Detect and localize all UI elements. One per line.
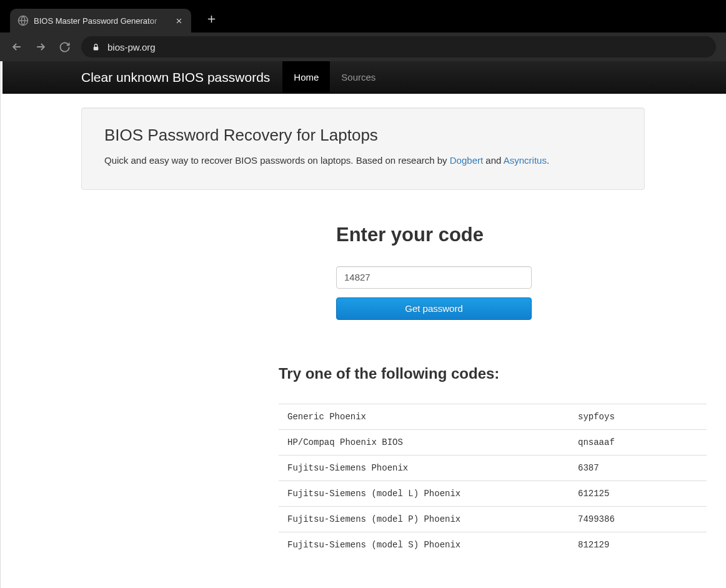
back-icon[interactable] [10,40,24,54]
get-password-button[interactable]: Get password [336,297,532,320]
forward-icon[interactable] [34,40,47,54]
site-navbar: Clear unknown BIOS passwords Home Source… [0,61,726,94]
close-icon[interactable] [174,16,184,26]
new-tab-button[interactable] [202,10,220,27]
browser-chrome: BIOS Master Password Generator [0,0,726,61]
result-name: Fujitsu-Siemens (model L) Phoenix [279,481,569,506]
result-name: Fujitsu-Siemens Phoenix [279,455,569,481]
container: BIOS Password Recovery for Laptops Quick… [0,94,726,557]
link-dogbert[interactable]: Dogbert [450,155,483,166]
table-row: Fujitsu-Siemens (model P) Phoenix7499386 [279,506,707,532]
tab-bar: BIOS Master Password Generator [0,0,726,32]
nav-item-sources[interactable]: Sources [330,61,387,93]
result-code: 812129 [569,532,707,557]
page-title: BIOS Password Recovery for Laptops [104,126,622,145]
url-text: bios-pw.org [107,42,156,52]
link-asyncritus[interactable]: Asyncritus [504,155,547,166]
browser-tab[interactable]: BIOS Master Password Generator [10,9,191,32]
globe-icon [17,15,29,26]
form-section: Enter your code Get password [81,224,645,320]
navbar-brand[interactable]: Clear unknown BIOS passwords [81,70,270,85]
tab-title: BIOS Master Password Generator [34,16,169,26]
browser-toolbar: bios-pw.org [0,32,726,61]
svg-rect-1 [93,46,98,49]
table-row: Generic Phoenixsypfoys [279,404,707,429]
nav-link[interactable]: Home [282,61,330,93]
table-row: Fujitsu-Siemens Phoenix6387 [279,455,707,481]
result-code: 7499386 [569,506,707,532]
lock-icon [91,42,100,51]
form-heading: Enter your code [336,224,645,246]
result-name: HP/Compaq Phoenix BIOS [279,429,569,455]
table-row: Fujitsu-Siemens (model L) Phoenix612125 [279,481,707,506]
results-heading: Try one of the following codes: [279,365,645,382]
results-table: Generic PhoenixsypfoysHP/Compaq Phoenix … [279,404,707,557]
code-input[interactable] [336,266,532,289]
nav-item-home[interactable]: Home [282,61,330,93]
results-section: Try one of the following codes: Generic … [81,365,645,557]
reload-icon[interactable] [57,40,71,54]
result-name: Fujitsu-Siemens (model P) Phoenix [279,506,569,532]
nav-link[interactable]: Sources [330,61,387,93]
result-code: sypfoys [569,404,707,429]
page-left-edge [0,61,2,588]
address-bar[interactable]: bios-pw.org [81,36,716,57]
result-name: Fujitsu-Siemens (model S) Phoenix [279,532,569,557]
intro-text: Quick and easy way to recover BIOS passw… [104,154,622,168]
navbar-nav: Home Sources [282,61,387,93]
intro-well: BIOS Password Recovery for Laptops Quick… [81,107,645,190]
result-code: 612125 [569,481,707,506]
result-name: Generic Phoenix [279,404,569,429]
page: Clear unknown BIOS passwords Home Source… [0,61,726,588]
result-code: 6387 [569,455,707,481]
result-code: qnsaaaf [569,429,707,455]
table-row: HP/Compaq Phoenix BIOSqnsaaaf [279,429,707,455]
table-row: Fujitsu-Siemens (model S) Phoenix812129 [279,532,707,557]
